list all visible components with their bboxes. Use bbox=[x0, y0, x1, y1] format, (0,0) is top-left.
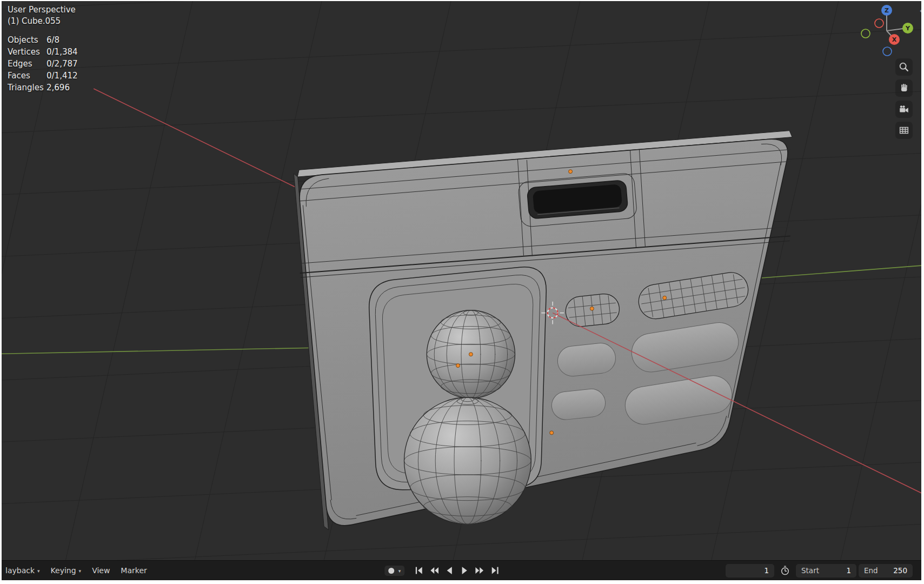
stopwatch-icon bbox=[780, 565, 790, 576]
end-frame-label: End bbox=[864, 566, 878, 575]
record-circle-icon[interactable] bbox=[389, 568, 395, 574]
play-icon bbox=[458, 565, 470, 576]
camera-view-icon bbox=[898, 103, 910, 115]
zoom-button[interactable] bbox=[895, 58, 913, 76]
grid-ortho-icon bbox=[898, 124, 910, 136]
ortho-toggle-button[interactable] bbox=[895, 122, 913, 139]
viewport-nav-buttons bbox=[895, 58, 913, 139]
end-frame-value: 250 bbox=[893, 566, 907, 575]
menu-marker[interactable]: Marker bbox=[121, 566, 147, 575]
gizmo-neg-x-ball[interactable] bbox=[875, 19, 883, 28]
frame-range-controls: 1 Start 1 bbox=[726, 561, 913, 580]
prev-keyframe-icon bbox=[428, 565, 440, 576]
transport-buttons bbox=[412, 564, 501, 577]
jump-to-start-icon bbox=[413, 565, 425, 576]
end-frame-field[interactable]: End 250 bbox=[859, 564, 913, 578]
preview-range-button[interactable] bbox=[780, 565, 790, 576]
menu-keying-label: Keying bbox=[51, 566, 76, 575]
gizmo-z-label: Z bbox=[885, 7, 889, 14]
sphere-large[interactable] bbox=[404, 397, 531, 525]
gizmo-y-label: Y bbox=[905, 25, 910, 32]
menu-playback-label: layback bbox=[5, 566, 35, 575]
jump-to-start-button[interactable] bbox=[412, 564, 426, 577]
play-reverse-button[interactable] bbox=[442, 564, 456, 577]
record-options-chevron-icon[interactable]: ▾ bbox=[398, 568, 401, 574]
chevron-down-icon: ▾ bbox=[79, 568, 82, 574]
current-frame-value: 1 bbox=[764, 566, 769, 575]
pan-button[interactable] bbox=[895, 79, 913, 97]
jump-to-end-button[interactable] bbox=[488, 564, 501, 577]
auto-keyframe-group: ▾ bbox=[385, 566, 405, 576]
start-frame-field[interactable]: Start 1 bbox=[796, 564, 856, 578]
menu-keying[interactable]: Keying ▾ bbox=[51, 566, 82, 575]
next-keyframe-icon bbox=[474, 565, 486, 576]
prev-keyframe-button[interactable] bbox=[427, 564, 441, 577]
gizmo-neg-y-ball[interactable] bbox=[861, 29, 870, 38]
timeline-menus: layback ▾ Keying ▾ View Marker bbox=[2, 566, 147, 575]
playback-controls: ▾ bbox=[385, 561, 502, 580]
view-navigation-gizmo[interactable]: Z Y X bbox=[857, 3, 916, 59]
blender-window: User Perspective (1) Cube.055 Objects6/8… bbox=[0, 0, 924, 584]
camera-view-button[interactable] bbox=[895, 101, 913, 118]
next-keyframe-button[interactable] bbox=[473, 564, 486, 577]
menu-marker-label: Marker bbox=[121, 566, 147, 575]
start-frame-value: 1 bbox=[846, 566, 851, 575]
timeline-header: layback ▾ Keying ▾ View Marker ▾ bbox=[2, 560, 921, 580]
model-mesh[interactable] bbox=[294, 131, 792, 530]
viewport-3d[interactable]: User Perspective (1) Cube.055 Objects6/8… bbox=[2, 1, 921, 580]
play-button[interactable] bbox=[457, 564, 471, 577]
menu-view-label: View bbox=[92, 566, 110, 575]
menu-playback[interactable]: layback ▾ bbox=[5, 566, 40, 575]
scene-area[interactable]: User Perspective (1) Cube.055 Objects6/8… bbox=[2, 1, 921, 560]
area-resize-corner-icon[interactable]: ‹ bbox=[920, 6, 921, 15]
start-frame-label: Start bbox=[801, 566, 819, 575]
gizmo-neg-z-ball[interactable] bbox=[883, 47, 892, 56]
menu-view[interactable]: View bbox=[92, 566, 110, 575]
chevron-down-icon: ▾ bbox=[37, 568, 40, 574]
current-frame-field[interactable]: 1 bbox=[726, 564, 774, 578]
zoom-icon bbox=[898, 61, 910, 73]
jump-to-end-icon bbox=[489, 565, 501, 576]
gizmo-x-label: X bbox=[892, 36, 897, 43]
pan-hand-icon bbox=[898, 82, 910, 94]
play-reverse-icon bbox=[443, 565, 455, 576]
viewport-canvas[interactable] bbox=[2, 1, 921, 560]
